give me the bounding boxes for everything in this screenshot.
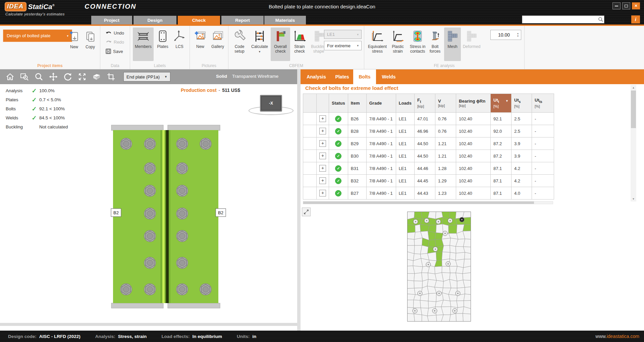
- bolt-head[interactable]: [176, 230, 188, 242]
- viewport-horizontal-scrollbar[interactable]: [0, 323, 297, 326]
- results-vertical-scrollbar[interactable]: ▲ ▼: [631, 85, 636, 202]
- expand-row-button[interactable]: +: [319, 128, 326, 134]
- rotate-icon[interactable]: [63, 72, 72, 81]
- column-header-ut[interactable]: Utts[%]: [532, 94, 554, 113]
- stress-in-contacts-button[interactable]: Stress in contacts: [407, 27, 428, 61]
- column-header-grade[interactable]: Grade: [366, 94, 396, 113]
- zoom-window-icon[interactable]: [20, 72, 29, 81]
- tab-project[interactable]: Project: [91, 16, 132, 24]
- results-tab-bolts[interactable]: Bolts: [353, 69, 376, 84]
- deformed-scale-spinner[interactable]: 10.00 ▲▼: [490, 30, 521, 40]
- project-item-dropdown[interactable]: Design of bolted plate▾: [3, 30, 72, 42]
- copy-project-item-button[interactable]: Copy: [83, 28, 98, 49]
- bolt-head[interactable]: [144, 208, 156, 219]
- pan-icon[interactable]: [49, 72, 58, 81]
- bolt-head[interactable]: [120, 138, 132, 150]
- expand-row-button[interactable]: +: [319, 140, 326, 147]
- bolt-head[interactable]: [176, 163, 188, 174]
- navigation-cube[interactable]: -X: [260, 95, 282, 112]
- bolt-forces-button[interactable]: Bolt forces: [427, 27, 443, 61]
- clipping-icon[interactable]: [107, 72, 115, 81]
- expand-mesh-button[interactable]: [302, 208, 311, 216]
- scroll-up-arrow[interactable]: ▲: [631, 85, 636, 90]
- solid-view-icon[interactable]: [92, 72, 101, 81]
- home-view-icon[interactable]: [6, 72, 14, 81]
- extreme-filter-dropdown[interactable]: For extreme▾: [324, 41, 362, 50]
- column-header-bearing-rn[interactable]: Bearing ϕRn[kip]: [456, 94, 491, 113]
- view-mode-wireframe[interactable]: Wireframe: [258, 74, 278, 79]
- code-setup-button[interactable]: Code setup: [230, 27, 249, 61]
- expand-row-button[interactable]: +: [319, 165, 326, 172]
- table-horizontal-scrollbar[interactable]: [303, 201, 553, 204]
- view-item-dropdown[interactable]: End plate (PP1a)▼: [123, 72, 170, 81]
- undo-button[interactable]: Undo: [106, 31, 124, 36]
- bolt-head[interactable]: [176, 284, 188, 295]
- view-mode-solid[interactable]: Solid: [216, 74, 227, 79]
- column-header-status[interactable]: Status: [329, 94, 348, 113]
- plates-labels-button[interactable]: Plates: [154, 27, 171, 61]
- table-cell: 7/8 A490 - 1: [366, 125, 396, 137]
- save-button[interactable]: Save: [106, 49, 123, 54]
- info-button[interactable]: i: [631, 15, 640, 23]
- strain-check-button[interactable]: Strain check: [291, 27, 308, 61]
- expand-row-button[interactable]: +: [319, 177, 326, 184]
- column-header-ut[interactable]: Uts[%]: [512, 94, 532, 113]
- view-mode-transparent[interactable]: Transparent: [232, 74, 256, 79]
- bolt-head[interactable]: [176, 185, 188, 196]
- tab-report[interactable]: Report: [221, 16, 264, 24]
- expand-row-button[interactable]: +: [319, 190, 326, 196]
- website-link[interactable]: www.ideastatica.com: [595, 334, 644, 339]
- gallery-button[interactable]: Gallery: [209, 27, 227, 61]
- tab-check[interactable]: Check: [178, 16, 220, 24]
- expand-row-button[interactable]: +: [319, 115, 326, 122]
- column-header-loads[interactable]: Loads: [396, 94, 414, 113]
- calculate-button[interactable]: Calculate▼: [249, 27, 270, 61]
- tab-materials[interactable]: Materials: [264, 16, 306, 24]
- overall-check-button[interactable]: Overall check: [271, 27, 290, 61]
- scrollbar-thumb[interactable]: [631, 91, 636, 128]
- search-input[interactable]: [522, 16, 597, 23]
- results-tab-analysis[interactable]: Analysis: [306, 69, 326, 84]
- column-header-item[interactable]: Item: [348, 94, 366, 113]
- maximize-button[interactable]: [622, 2, 630, 9]
- bolt-head[interactable]: [176, 138, 188, 150]
- new-project-item-button[interactable]: New: [66, 28, 82, 49]
- search-box[interactable]: [522, 15, 604, 23]
- bolt-head[interactable]: [200, 284, 211, 295]
- plastic-strain-button[interactable]: Plastic strain: [389, 27, 407, 61]
- minimize-button[interactable]: [612, 2, 621, 9]
- scroll-down-arrow[interactable]: ▼: [631, 196, 636, 202]
- spinner-arrows-icon[interactable]: ▲▼: [516, 32, 521, 38]
- mesh-button[interactable]: Mesh: [444, 27, 461, 61]
- bolt-head[interactable]: [144, 185, 156, 196]
- lcs-button[interactable]: LCS: [172, 27, 187, 61]
- column-header-v[interactable]: V[kip]: [435, 94, 456, 113]
- bolt-head[interactable]: [144, 138, 156, 150]
- panel-splitter[interactable]: [297, 69, 301, 331]
- bolt-head[interactable]: [120, 284, 132, 295]
- zoom-icon[interactable]: [35, 72, 43, 81]
- bolt-head[interactable]: [200, 138, 211, 150]
- deformed-button[interactable]: Deformed: [461, 27, 482, 61]
- equivalent-stress-button[interactable]: Equivalent stress: [366, 27, 388, 61]
- results-tab-welds[interactable]: Welds: [379, 69, 398, 84]
- expand-row-button[interactable]: +: [319, 153, 326, 159]
- close-button[interactable]: ✕: [632, 2, 640, 9]
- results-tab-plates[interactable]: Plates: [333, 69, 351, 84]
- scrollbar-thumb[interactable]: [303, 202, 534, 204]
- bolt-head[interactable]: [176, 208, 188, 219]
- tab-design[interactable]: Design: [133, 16, 176, 24]
- bolt-head[interactable]: [144, 230, 156, 242]
- column-header-ut[interactable]: Utt▼[%]: [491, 94, 512, 113]
- members-labels-button[interactable]: Members: [133, 27, 154, 61]
- new-picture-button[interactable]: New: [192, 27, 209, 61]
- plate-right[interactable]: [169, 130, 218, 303]
- bolt-head[interactable]: [176, 257, 188, 269]
- zoom-fit-icon[interactable]: [78, 72, 87, 81]
- redo-button[interactable]: Redo: [106, 40, 124, 45]
- bolt-head[interactable]: [144, 284, 156, 295]
- load-effect-dropdown[interactable]: LE1▾: [324, 30, 362, 39]
- bolt-head[interactable]: [144, 257, 156, 269]
- column-header-f[interactable]: Ft[kip]: [415, 94, 435, 113]
- bolt-head[interactable]: [144, 163, 156, 174]
